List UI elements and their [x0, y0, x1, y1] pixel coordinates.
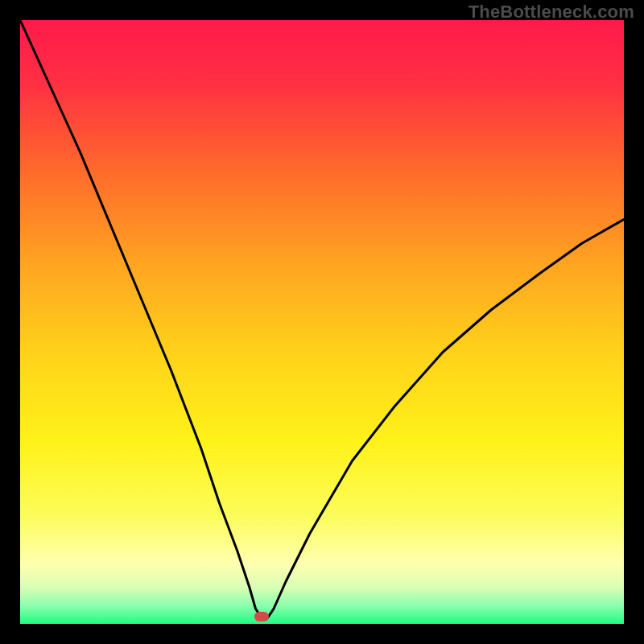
plot-area: [20, 20, 624, 624]
bottleneck-chart: [20, 20, 624, 624]
chart-frame: TheBottleneck.com: [0, 0, 644, 644]
watermark-text: TheBottleneck.com: [469, 2, 634, 23]
gradient-background: [20, 20, 624, 624]
optimum-marker: [254, 612, 269, 621]
